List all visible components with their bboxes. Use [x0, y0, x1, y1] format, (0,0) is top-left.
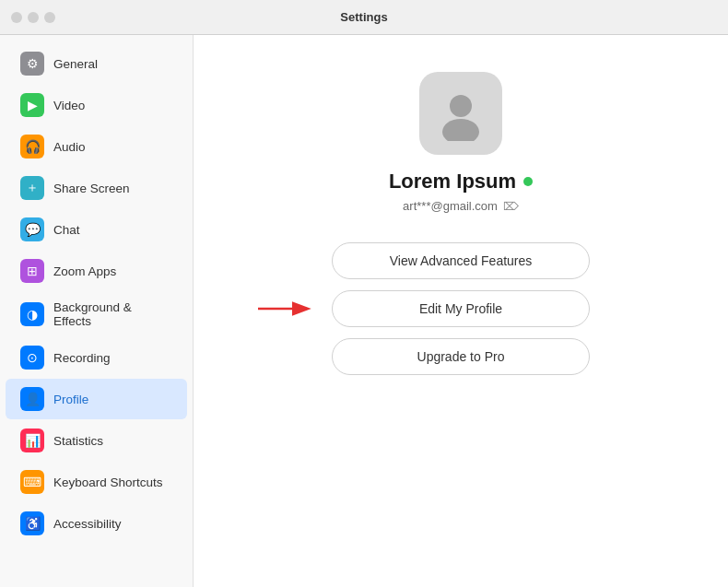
sidebar-item-general[interactable]: ⚙General — [6, 43, 187, 84]
video-icon: ▶ — [20, 93, 44, 117]
edit-email-icon[interactable]: ⌦ — [503, 200, 519, 213]
sidebar-label-share-screen: Share Screen — [53, 182, 172, 195]
online-status-dot — [523, 177, 533, 186]
recording-icon: ⊙ — [20, 346, 44, 370]
sidebar-label-zoom-apps: Zoom Apps — [53, 264, 172, 278]
general-icon: ⚙ — [20, 52, 44, 76]
upgrade-pro-button[interactable]: Upgrade to Pro — [332, 338, 590, 375]
arrow-svg — [258, 295, 313, 323]
sidebar-label-accessibility: Accessibility — [53, 517, 172, 531]
sidebar-label-statistics: Statistics — [53, 434, 172, 448]
sidebar-label-recording: Recording — [53, 351, 172, 365]
arrow-indicator — [258, 295, 313, 323]
avatar — [419, 72, 502, 155]
window-title: Settings — [340, 10, 387, 24]
sidebar-item-audio[interactable]: 🎧Audio — [6, 126, 187, 167]
svg-point-0 — [450, 95, 472, 117]
sidebar-label-chat: Chat — [53, 223, 172, 237]
content-area: Lorem Ipsum art***@gmail.com ⌦ View Adv — [194, 35, 728, 587]
background-effects-icon: ◑ — [20, 302, 44, 326]
view-advanced-button[interactable]: View Advanced Features — [332, 242, 590, 279]
maximize-button[interactable] — [44, 12, 55, 23]
sidebar-item-chat[interactable]: 💬Chat — [6, 209, 187, 250]
minimize-button[interactable] — [28, 12, 39, 23]
statistics-icon: 📊 — [20, 429, 44, 452]
sidebar-item-recording[interactable]: ⊙Recording — [6, 337, 187, 378]
sidebar-label-keyboard-shortcuts: Keyboard Shortcuts — [53, 475, 172, 489]
user-name-row: Lorem Ipsum — [389, 170, 533, 194]
sidebar-label-general: General — [53, 57, 172, 71]
title-bar: Settings — [0, 0, 728, 35]
sidebar-item-background-effects[interactable]: ◑Background & Effects — [6, 292, 187, 336]
sidebar-item-zoom-apps[interactable]: ⊞Zoom Apps — [6, 251, 187, 291]
sidebar-label-video: Video — [53, 99, 172, 112]
main-container: ⚙General▶Video🎧Audio＋Share Screen💬Chat⊞Z… — [0, 35, 728, 587]
chat-icon: 💬 — [20, 217, 44, 241]
window-controls — [11, 12, 55, 23]
sidebar-item-video[interactable]: ▶Video — [6, 85, 187, 125]
sidebar-item-profile[interactable]: 👤Profile — [6, 379, 187, 419]
sidebar-item-share-screen[interactable]: ＋Share Screen — [6, 168, 187, 208]
share-screen-icon: ＋ — [20, 176, 44, 200]
sidebar-item-accessibility[interactable]: ♿Accessibility — [6, 503, 187, 544]
sidebar-label-audio: Audio — [53, 140, 172, 154]
keyboard-shortcuts-icon: ⌨ — [20, 470, 44, 494]
user-email: art***@gmail.com — [403, 199, 498, 213]
sidebar-label-profile: Profile — [53, 393, 172, 406]
svg-point-1 — [442, 119, 479, 141]
profile-icon: 👤 — [20, 387, 44, 411]
accessibility-icon: ♿ — [20, 511, 44, 535]
sidebar-label-background-effects: Background & Effects — [53, 300, 172, 328]
zoom-apps-icon: ⊞ — [20, 259, 44, 283]
audio-icon: 🎧 — [20, 135, 44, 158]
close-button[interactable] — [11, 12, 22, 23]
user-email-row: art***@gmail.com ⌦ — [403, 199, 519, 213]
sidebar-item-keyboard-shortcuts[interactable]: ⌨Keyboard Shortcuts — [6, 462, 187, 502]
sidebar-item-statistics[interactable]: 📊Statistics — [6, 420, 187, 461]
user-name: Lorem Ipsum — [389, 170, 516, 194]
edit-profile-button[interactable]: Edit My Profile — [332, 290, 590, 327]
action-buttons: View Advanced Features Edit My Profile U… — [332, 242, 590, 375]
sidebar: ⚙General▶Video🎧Audio＋Share Screen💬Chat⊞Z… — [0, 35, 194, 587]
avatar-image — [433, 86, 488, 141]
